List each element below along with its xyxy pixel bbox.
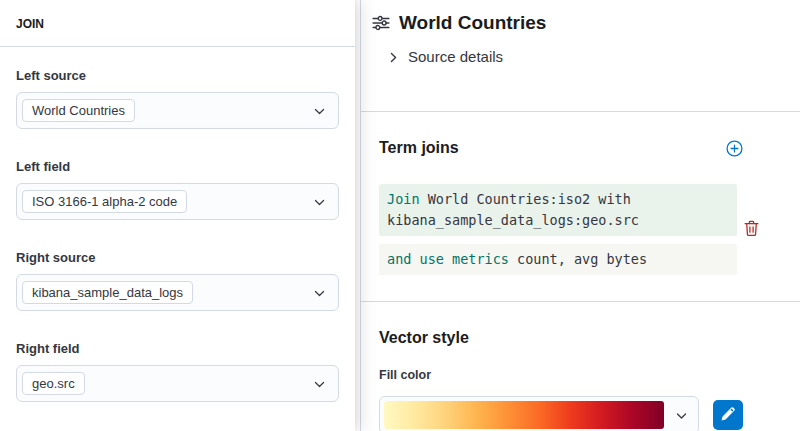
vector-style-heading: Vector style [379, 328, 743, 348]
left-source-combobox[interactable]: World Countries [16, 92, 339, 129]
plus-in-circle-icon [726, 145, 743, 160]
right-source-label: Right source [16, 250, 339, 265]
left-field-label: Left field [16, 159, 339, 174]
term-joins-heading: Term joins [379, 138, 459, 158]
term-joins-section: Term joins Join World Countries:iso2 wit… [361, 112, 800, 301]
vector-style-section: Vector style Fill color [361, 302, 800, 431]
join-editor-popover: JOIN Left source World Countries Left fi… [0, 0, 355, 431]
chevron-down-icon [313, 104, 326, 117]
chevron-down-icon [675, 409, 688, 422]
metrics-keyword: and use metrics [387, 251, 509, 267]
divider [0, 46, 355, 47]
right-field-combobox[interactable]: geo.src [16, 365, 339, 402]
fill-color-select[interactable] [379, 396, 699, 431]
left-field-value: ISO 3166-1 alpha-2 code [22, 190, 187, 213]
pencil-icon [721, 407, 735, 424]
left-source-value: World Countries [22, 99, 135, 122]
layer-title: World Countries [399, 12, 546, 34]
delete-join-button[interactable] [744, 220, 759, 237]
popover-title: JOIN [0, 0, 355, 46]
add-join-button[interactable] [726, 140, 743, 157]
right-field-label: Right field [16, 341, 339, 356]
right-field-value: geo.src [22, 372, 85, 395]
left-source-label: Left source [16, 68, 339, 83]
right-source-combobox[interactable]: kibana_sample_data_logs [16, 274, 339, 311]
edit-fill-color-button[interactable] [713, 400, 743, 430]
join-keyword: Join [387, 191, 420, 207]
chevron-down-icon [313, 377, 326, 390]
left-field-combobox[interactable]: ISO 3166-1 alpha-2 code [16, 183, 339, 220]
fill-color-label: Fill color [379, 368, 743, 382]
maps-app-screen: World Countries Source details Term join… [0, 0, 800, 431]
chevron-right-icon [387, 50, 400, 63]
join-expression[interactable]: Join World Countries:iso2 with kibana_sa… [379, 184, 737, 236]
metrics-expression[interactable]: and use metrics count, avg bytes [379, 244, 737, 275]
join-value: World Countries:iso2 with kibana_sample_… [387, 191, 639, 228]
metrics-value: count, avg bytes [517, 251, 647, 267]
right-source-field-group: Right source kibana_sample_data_logs [16, 250, 339, 311]
source-details-label: Source details [408, 48, 503, 65]
chevron-down-icon [313, 286, 326, 299]
join-expression-block: Join World Countries:iso2 with kibana_sa… [379, 184, 737, 275]
layer-settings-icon [372, 14, 390, 32]
flyout-header: World Countries Source details [361, 0, 800, 65]
left-field-field-group: Left field ISO 3166-1 alpha-2 code [16, 159, 339, 220]
right-source-value: kibana_sample_data_logs [22, 281, 193, 304]
layer-settings-flyout: World Countries Source details Term join… [360, 0, 800, 431]
trash-icon [744, 225, 759, 240]
fill-color-ramp [384, 401, 664, 429]
left-source-field-group: Left source World Countries [16, 68, 339, 129]
chevron-down-icon [313, 195, 326, 208]
join-form: Left source World Countries Left field I… [0, 68, 355, 402]
right-field-field-group: Right field geo.src [16, 341, 339, 402]
source-details-toggle[interactable]: Source details [387, 48, 743, 65]
